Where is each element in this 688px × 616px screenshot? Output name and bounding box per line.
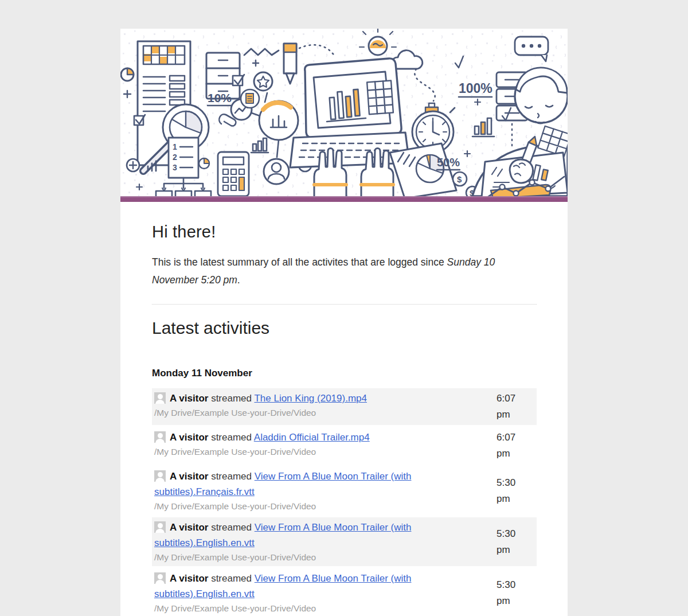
small-pie-icon [199,158,209,169]
section-title: Latest activities [152,318,537,338]
visitor-avatar-icon [154,392,166,404]
stat-100-percent: 100% [459,81,492,96]
stat-50-percent: 50% [437,156,460,169]
activity-time: 5:30 pm [497,526,522,558]
svg-text:50%: 50% [437,156,460,169]
file-path: /My Drive/Example Use-your-Drive/Video [154,551,497,564]
activity-row: A visitor streamed Aladdin Official Trai… [152,427,537,464]
activity-time: 6:07 pm [497,391,522,423]
svg-text:10%: 10% [208,91,232,104]
page-background: 10% [0,0,688,616]
activity-action: streamed [211,432,252,443]
file-path: /My Drive/Example Use-your-Drive/Video [154,500,497,513]
svg-text:3: 3 [173,163,177,172]
visitor-avatar-icon [154,431,166,443]
visitor-avatar-icon [154,521,166,533]
activity-time: 5:30 pm [497,475,522,507]
activity-time: 5:30 pm [497,577,522,609]
laptop-doodle [290,59,409,167]
activity-actor: A visitor [170,393,208,404]
day-heading: Monday 11 November [152,368,537,379]
activity-row: A visitor streamed The Lion King (2019).… [152,388,537,425]
activity-action: streamed [211,471,252,482]
activity-action: streamed [211,573,252,584]
activity-action: streamed [211,393,252,404]
visitor-avatar-icon [154,572,166,584]
dotted-divider [152,304,537,305]
file-path: /My Drive/Example Use-your-Drive/Video [154,407,497,419]
activity-actor: A visitor [170,471,208,482]
activity-actor: A visitor [170,573,208,584]
file-link[interactable]: The Lion King (2019).mp4 [254,393,367,404]
visitor-avatar-icon [154,470,166,482]
checkbox-icon-2 [134,115,145,125]
activity-actor: A visitor [170,432,208,443]
analytics-doodle-illustration: 10% [120,29,568,196]
file-link[interactable]: Aladdin Official Trailer.mp4 [254,432,370,443]
checkbox-icon [233,75,244,85]
svg-text:$: $ [457,174,462,184]
activity-time: 6:07 pm [497,430,522,462]
doc-circle-icon [241,89,259,108]
activity-action: streamed [211,522,252,533]
activity-row: A visitor streamed View From A Blue Moon… [152,466,537,515]
summary-text: This is the latest summary of all the ac… [152,254,537,289]
activity-row: A visitor streamed View From A Blue Moon… [152,568,537,616]
file-path: /My Drive/Example Use-your-Drive/Video [154,446,497,458]
calculator-doodle [218,152,249,196]
email-card: 10% [120,29,568,616]
activity-list: A visitor streamed The Lion King (2019).… [152,388,537,616]
svg-text:2: 2 [173,153,177,162]
file-path: /My Drive/Example Use-your-Drive/Video [154,602,497,615]
activity-row: A visitor streamed View From A Blue Moon… [152,517,537,566]
svg-text:1: 1 [173,142,177,151]
stat-10-percent: 10% [208,91,232,104]
summary-period: . [237,274,240,286]
svg-text:100%: 100% [459,81,492,96]
activity-actor: A visitor [170,522,208,533]
star-circle-doodle [254,72,272,91]
header-illustration: 10% [120,29,568,196]
greeting-heading: Hi there! [152,223,537,241]
accent-bar [120,196,568,202]
email-body: Hi there! This is the latest summary of … [120,223,568,616]
summary-lead: This is the latest summary of all the ac… [152,256,444,268]
